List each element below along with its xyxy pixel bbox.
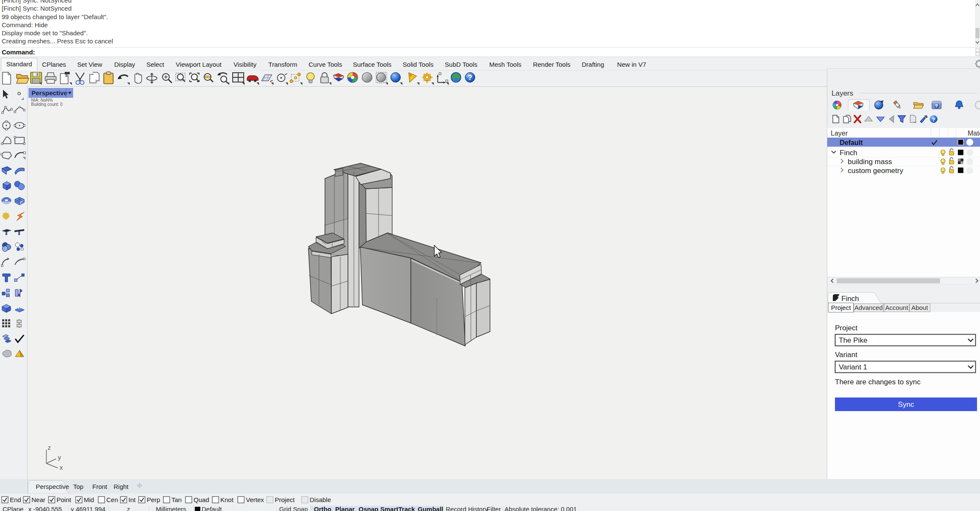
svg-text:Variant 1: Variant 1 [839, 363, 867, 371]
svg-text:SmartTrack: SmartTrack [380, 506, 415, 511]
svg-text:x: x [60, 464, 63, 471]
svg-text:Planar: Planar [335, 506, 355, 511]
svg-text:Finch: Finch [841, 295, 859, 303]
svg-text:Filter: Filter [487, 506, 501, 511]
svg-text:About: About [911, 304, 928, 311]
svg-text:Mate: Mate [968, 130, 980, 137]
svg-text:Vertex: Vertex [246, 496, 264, 503]
svg-text:Layers: Layers [832, 89, 853, 97]
svg-text:Top: Top [73, 483, 83, 490]
svg-text:custom geometry: custom geometry [848, 167, 903, 175]
svg-text:Gumball: Gumball [418, 506, 443, 511]
svg-text:Front: Front [92, 483, 108, 490]
svg-text:Grid Snap: Grid Snap [279, 506, 308, 511]
svg-text:Near: Near [31, 496, 46, 503]
svg-text:Account: Account [885, 304, 909, 311]
svg-text:y: y [58, 454, 61, 461]
svg-text:Int: Int [128, 496, 136, 503]
svg-text:Variant: Variant [835, 351, 858, 359]
svg-text:Tan: Tan [171, 496, 182, 503]
svg-text:Millimeters: Millimeters [156, 506, 186, 511]
svg-text:Record History: Record History [446, 506, 488, 511]
svg-text:Absolute tolerance: 0.001: Absolute tolerance: 0.001 [504, 506, 577, 511]
svg-text:Quad: Quad [194, 496, 209, 503]
svg-text:y 46911.994: y 46911.994 [71, 506, 105, 511]
svg-text:Point: Point [57, 496, 71, 503]
svg-text:Ortho: Ortho [314, 506, 331, 511]
svg-text:The Pike: The Pike [839, 336, 867, 344]
svg-text:Right: Right [114, 483, 129, 490]
svg-text:Project: Project [275, 496, 295, 503]
svg-text:x -9040.555: x -9040.555 [28, 506, 62, 511]
svg-text:Project: Project [835, 324, 858, 332]
svg-text:Mid: Mid [84, 496, 94, 503]
svg-text:Finch: Finch [840, 149, 858, 157]
svg-text:Advanced: Advanced [855, 304, 883, 311]
svg-text:Perp: Perp [147, 496, 160, 503]
svg-text:End: End [10, 496, 21, 503]
svg-text:Knot: Knot [220, 496, 234, 503]
svg-text:Layer: Layer [831, 130, 848, 137]
svg-text:Osnap: Osnap [359, 506, 379, 511]
svg-text:Default: Default [202, 506, 222, 511]
svg-text:There are changes to sync: There are changes to sync [835, 378, 921, 386]
svg-text:z: z [127, 506, 130, 511]
svg-text:Sync: Sync [898, 400, 914, 409]
svg-text:?: ? [932, 116, 935, 123]
svg-text:Default: Default [840, 139, 863, 146]
svg-text:building mass: building mass [848, 158, 892, 166]
svg-text:z: z [48, 444, 51, 451]
svg-text:?: ? [935, 104, 938, 108]
svg-text:Cen: Cen [106, 496, 118, 503]
svg-text:Project: Project [831, 304, 852, 311]
svg-text:Disable: Disable [310, 496, 331, 503]
svg-text:CPlane: CPlane [3, 506, 23, 511]
svg-text:Perspective: Perspective [36, 483, 69, 490]
svg-text:?: ? [468, 74, 472, 82]
